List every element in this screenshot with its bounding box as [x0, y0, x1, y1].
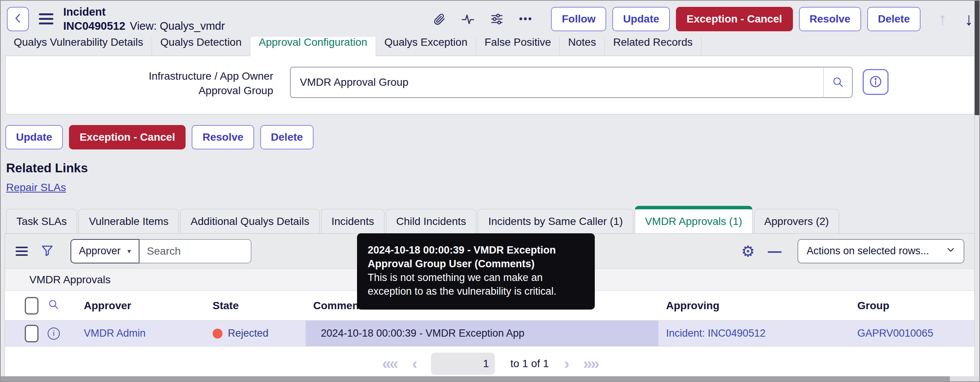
tab-qualys-vulnerability-details[interactable]: Qualys Vulnerability Details — [5, 37, 152, 56]
select-all-checkbox[interactable] — [25, 297, 38, 315]
search-icon — [832, 76, 844, 89]
exception-cancel-button[interactable]: Exception - Cancel — [676, 7, 793, 31]
approver-link[interactable]: VMDR Admin — [84, 327, 146, 339]
chevron-left-icon — [13, 13, 22, 24]
resolve-button[interactable]: Resolve — [799, 7, 861, 31]
follow-button[interactable]: Follow — [551, 7, 606, 31]
tab-task-slas[interactable]: Task SLAs — [6, 209, 77, 233]
state-cell: Rejected — [205, 327, 306, 339]
attachment-icon[interactable] — [433, 12, 446, 26]
record-title-block: Incident INC0490512View: Qualys_vmdr — [63, 5, 225, 33]
list-pagination: «« ‹ 1 to 1 of 1 › »» — [5, 347, 975, 381]
chevron-down-icon — [946, 245, 955, 257]
back-button[interactable] — [7, 7, 29, 31]
scroll-up-icon[interactable]: ↑ — [938, 10, 947, 28]
previous-page-icon[interactable]: ‹ — [412, 356, 416, 372]
personalize-sliders-icon[interactable] — [490, 12, 504, 26]
state-value: Rejected — [228, 327, 269, 339]
update-button[interactable]: Update — [612, 7, 670, 31]
form-resolve-button[interactable]: Resolve — [192, 125, 254, 149]
tab-vmdr-approvals[interactable]: VMDR Approvals (1) — [635, 206, 753, 233]
vertical-scrollbar[interactable] — [974, 1, 979, 381]
view-label: View: Qualys_vmdr — [130, 20, 225, 32]
column-header-state[interactable]: State — [205, 300, 306, 312]
column-header-approver[interactable]: Approver — [76, 300, 205, 312]
tab-qualys-exception[interactable]: Qualys Exception — [376, 37, 476, 56]
list-search-group: Approver ▾ — [70, 239, 251, 263]
row-checkbox[interactable] — [25, 325, 38, 342]
form-exception-cancel-button[interactable]: Exception - Cancel — [69, 125, 186, 149]
list-menu-icon[interactable] — [16, 244, 28, 258]
reference-lookup-button[interactable] — [824, 67, 853, 98]
approval-group-input[interactable] — [290, 67, 824, 98]
tooltip-body: This is not something we can make an exc… — [368, 271, 584, 298]
horizontal-scrollbar-thumb[interactable] — [1, 376, 950, 381]
page-number-input[interactable]: 1 — [431, 353, 495, 375]
form-delete-button[interactable]: Delete — [260, 125, 314, 149]
delete-button[interactable]: Delete — [867, 7, 921, 31]
context-menu-icon[interactable] — [39, 11, 53, 27]
search-field-selector[interactable]: Approver ▾ — [70, 239, 139, 263]
row-info-icon[interactable]: i — [48, 327, 60, 340]
activity-stream-icon[interactable] — [461, 12, 475, 26]
collapse-list-icon[interactable]: — — [768, 244, 781, 258]
incident-record-page: Incident INC0490512View: Qualys_vmdr •••… — [0, 0, 980, 382]
info-icon — [869, 75, 882, 90]
approving-link[interactable]: Incident: INC0490512 — [666, 327, 765, 339]
header-icon-group: ••• — [433, 12, 533, 26]
related-list-tabs: Task SLAs Vulnerable Items Additional Qu… — [6, 206, 979, 233]
actions-on-selected-rows-select[interactable]: Actions on selected rows... — [797, 239, 964, 263]
filter-icon[interactable] — [41, 244, 54, 258]
comment-cell[interactable]: 2024-10-18 00:00:39 - VMDR Exception App — [306, 321, 658, 346]
column-header-group[interactable]: Group — [850, 300, 975, 312]
record-number: INC0490512 — [63, 20, 125, 32]
list-search-input[interactable] — [139, 239, 251, 263]
tooltip-title: 2024-10-18 00:00:39 - VMDR Exception App… — [368, 243, 584, 271]
tab-approval-configuration[interactable]: Approval Configuration — [250, 37, 376, 56]
tab-related-records[interactable]: Related Records — [605, 37, 701, 56]
approval-group-reference-field — [290, 67, 853, 98]
related-links-heading: Related Links — [6, 161, 979, 175]
list-settings-gear-icon[interactable]: ⚙ — [741, 244, 755, 259]
header-actions: Follow Update Exception - Cancel Resolve… — [551, 7, 921, 31]
header-bar: Incident INC0490512View: Qualys_vmdr •••… — [1, 1, 979, 37]
next-page-icon[interactable]: › — [564, 356, 568, 372]
tab-qualys-detection[interactable]: Qualys Detection — [152, 37, 250, 56]
repair-slas-link[interactable]: Repair SLAs — [6, 181, 66, 194]
tab-notes[interactable]: Notes — [560, 37, 605, 56]
page-title: Incident — [63, 5, 225, 19]
form-update-button[interactable]: Update — [5, 125, 63, 149]
first-page-icon[interactable]: «« — [382, 356, 397, 372]
last-page-icon[interactable]: »» — [583, 356, 598, 372]
tab-approvers[interactable]: Approvers (2) — [754, 209, 839, 233]
approval-configuration-form: Infrastructure / App Owner Approval Grou… — [5, 56, 975, 114]
tab-child-incidents[interactable]: Child Incidents — [386, 209, 477, 233]
table-row: i VMDR Admin Rejected 2024-10-18 00:00:3… — [5, 321, 975, 347]
caret-down-icon: ▾ — [128, 247, 131, 255]
group-link[interactable]: GAPRV0010065 — [857, 327, 933, 339]
rejected-status-dot — [213, 329, 223, 339]
scroll-down-icon[interactable]: ↓ — [964, 10, 973, 28]
record-tabs: Qualys Vulnerability Details Qualys Dete… — [5, 37, 975, 56]
tab-false-positive[interactable]: False Positive — [476, 37, 560, 56]
pagination-range-label: to 1 of 1 — [510, 358, 549, 370]
vertical-scrollbar-thumb[interactable] — [975, 1, 979, 115]
form-actions: Update Exception - Cancel Resolve Delete — [5, 125, 975, 149]
comment-tooltip: 2024-10-18 00:00:39 - VMDR Exception App… — [357, 233, 595, 310]
horizontal-scrollbar[interactable] — [1, 376, 979, 381]
column-search-icon[interactable] — [48, 299, 76, 313]
reference-info-button[interactable] — [863, 69, 889, 95]
column-header-approving[interactable]: Approving — [658, 300, 850, 312]
more-options-icon[interactable]: ••• — [519, 13, 533, 25]
tab-additional-qualys-details[interactable]: Additional Qualys Details — [180, 209, 319, 233]
approval-group-field-label: Infrastructure / App Owner Approval Grou… — [6, 69, 273, 98]
tab-vulnerable-items[interactable]: Vulnerable Items — [78, 209, 179, 233]
tab-incidents[interactable]: Incidents — [321, 209, 384, 233]
tab-incidents-by-same-caller[interactable]: Incidents by Same Caller (1) — [478, 209, 633, 233]
